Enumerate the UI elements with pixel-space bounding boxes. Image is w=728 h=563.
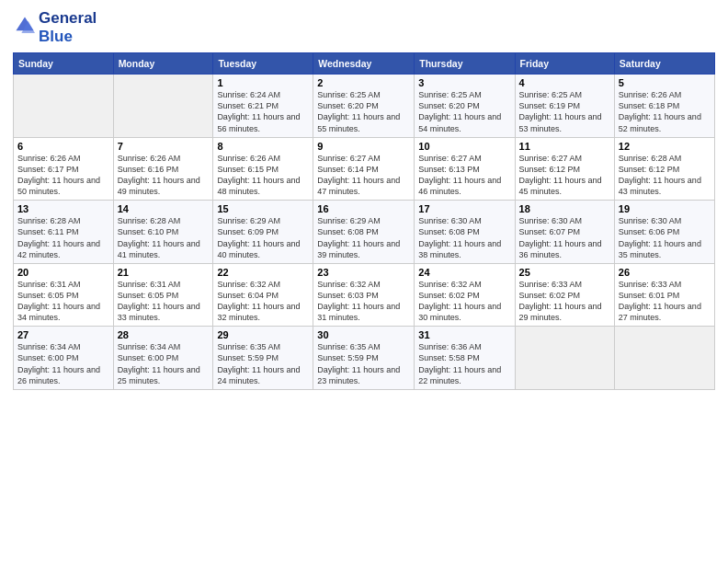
calendar-cell: 25Sunrise: 6:33 AM Sunset: 6:02 PM Dayli…	[515, 263, 614, 327]
day-number: 10	[418, 141, 510, 152]
day-info: Sunrise: 6:29 AM Sunset: 6:09 PM Dayligh…	[217, 215, 309, 260]
day-number: 8	[217, 141, 309, 152]
day-number: 2	[317, 77, 410, 88]
logo-line1: General	[39, 9, 97, 28]
weekday-header-row: SundayMondayTuesdayWednesdayThursdayFrid…	[14, 53, 715, 75]
week-row-1: 1Sunrise: 6:24 AM Sunset: 6:21 PM Daylig…	[14, 75, 715, 138]
day-info: Sunrise: 6:27 AM Sunset: 6:12 PM Dayligh…	[519, 153, 610, 198]
day-info: Sunrise: 6:25 AM Sunset: 6:20 PM Dayligh…	[418, 89, 510, 134]
day-info: Sunrise: 6:26 AM Sunset: 6:16 PM Dayligh…	[118, 153, 210, 198]
calendar-cell: 30Sunrise: 6:35 AM Sunset: 5:59 PM Dayli…	[313, 327, 415, 390]
day-info: Sunrise: 6:32 AM Sunset: 6:03 PM Dayligh…	[317, 279, 410, 324]
calendar-cell: 4Sunrise: 6:25 AM Sunset: 6:19 PM Daylig…	[515, 75, 614, 138]
day-info: Sunrise: 6:30 AM Sunset: 6:08 PM Dayligh…	[418, 215, 510, 260]
day-info: Sunrise: 6:31 AM Sunset: 6:05 PM Dayligh…	[118, 279, 210, 324]
day-number: 19	[619, 203, 711, 214]
day-info: Sunrise: 6:33 AM Sunset: 6:01 PM Dayligh…	[619, 279, 711, 324]
day-info: Sunrise: 6:32 AM Sunset: 6:02 PM Dayligh…	[418, 279, 510, 324]
calendar-cell: 7Sunrise: 6:26 AM Sunset: 6:16 PM Daylig…	[113, 137, 213, 201]
day-number: 3	[418, 77, 510, 88]
day-info: Sunrise: 6:25 AM Sunset: 6:19 PM Dayligh…	[519, 89, 610, 134]
logo-icon	[15, 16, 35, 36]
day-info: Sunrise: 6:34 AM Sunset: 6:00 PM Dayligh…	[17, 341, 109, 386]
calendar-cell	[515, 327, 614, 390]
calendar-cell: 6Sunrise: 6:26 AM Sunset: 6:17 PM Daylig…	[14, 137, 114, 201]
calendar-cell: 1Sunrise: 6:24 AM Sunset: 6:21 PM Daylig…	[213, 75, 313, 138]
calendar-cell: 10Sunrise: 6:27 AM Sunset: 6:13 PM Dayli…	[415, 137, 515, 201]
weekday-monday: Monday	[113, 53, 213, 75]
day-info: Sunrise: 6:30 AM Sunset: 6:07 PM Dayligh…	[519, 215, 610, 260]
calendar: SundayMondayTuesdayWednesdayThursdayFrid…	[13, 52, 715, 390]
day-number: 7	[118, 141, 210, 152]
day-number: 4	[519, 77, 610, 88]
weekday-wednesday: Wednesday	[313, 53, 415, 75]
day-number: 30	[317, 329, 410, 340]
day-number: 1	[217, 77, 309, 88]
day-number: 25	[519, 267, 610, 278]
day-number: 14	[118, 203, 210, 214]
calendar-cell	[14, 75, 114, 138]
day-info: Sunrise: 6:36 AM Sunset: 5:58 PM Dayligh…	[418, 341, 510, 386]
calendar-cell: 31Sunrise: 6:36 AM Sunset: 5:58 PM Dayli…	[415, 327, 515, 390]
weekday-sunday: Sunday	[14, 53, 114, 75]
day-number: 13	[17, 203, 109, 214]
week-row-5: 27Sunrise: 6:34 AM Sunset: 6:00 PM Dayli…	[14, 327, 715, 390]
day-info: Sunrise: 6:27 AM Sunset: 6:13 PM Dayligh…	[418, 153, 510, 198]
calendar-cell: 5Sunrise: 6:26 AM Sunset: 6:18 PM Daylig…	[614, 75, 714, 138]
day-info: Sunrise: 6:34 AM Sunset: 6:00 PM Dayligh…	[118, 341, 210, 386]
header: General Blue	[13, 9, 715, 45]
calendar-cell: 19Sunrise: 6:30 AM Sunset: 6:06 PM Dayli…	[614, 201, 714, 264]
day-info: Sunrise: 6:27 AM Sunset: 6:14 PM Dayligh…	[317, 153, 410, 198]
calendar-cell	[614, 327, 714, 390]
logo: General Blue	[13, 9, 97, 45]
weekday-friday: Friday	[515, 53, 614, 75]
day-number: 28	[118, 329, 210, 340]
day-number: 22	[217, 267, 309, 278]
week-row-4: 20Sunrise: 6:31 AM Sunset: 6:05 PM Dayli…	[14, 263, 715, 327]
day-info: Sunrise: 6:24 AM Sunset: 6:21 PM Dayligh…	[217, 89, 309, 134]
day-number: 20	[17, 267, 109, 278]
calendar-cell: 21Sunrise: 6:31 AM Sunset: 6:05 PM Dayli…	[113, 263, 213, 327]
calendar-cell: 24Sunrise: 6:32 AM Sunset: 6:02 PM Dayli…	[415, 263, 515, 327]
weekday-saturday: Saturday	[614, 53, 714, 75]
day-number: 21	[118, 267, 210, 278]
calendar-cell: 22Sunrise: 6:32 AM Sunset: 6:04 PM Dayli…	[213, 263, 313, 327]
calendar-header: SundayMondayTuesdayWednesdayThursdayFrid…	[14, 53, 715, 75]
day-info: Sunrise: 6:30 AM Sunset: 6:06 PM Dayligh…	[619, 215, 711, 260]
weekday-tuesday: Tuesday	[213, 53, 313, 75]
day-info: Sunrise: 6:35 AM Sunset: 5:59 PM Dayligh…	[317, 341, 410, 386]
calendar-cell: 16Sunrise: 6:29 AM Sunset: 6:08 PM Dayli…	[313, 201, 415, 264]
day-number: 23	[317, 267, 410, 278]
week-row-2: 6Sunrise: 6:26 AM Sunset: 6:17 PM Daylig…	[14, 137, 715, 201]
day-info: Sunrise: 6:31 AM Sunset: 6:05 PM Dayligh…	[17, 279, 109, 324]
day-number: 12	[619, 141, 711, 152]
calendar-cell: 3Sunrise: 6:25 AM Sunset: 6:20 PM Daylig…	[415, 75, 515, 138]
calendar-cell: 20Sunrise: 6:31 AM Sunset: 6:05 PM Dayli…	[14, 263, 114, 327]
calendar-cell: 27Sunrise: 6:34 AM Sunset: 6:00 PM Dayli…	[14, 327, 114, 390]
day-number: 11	[519, 141, 610, 152]
day-number: 27	[17, 329, 109, 340]
calendar-cell: 26Sunrise: 6:33 AM Sunset: 6:01 PM Dayli…	[614, 263, 714, 327]
day-number: 9	[317, 141, 410, 152]
day-info: Sunrise: 6:26 AM Sunset: 6:17 PM Dayligh…	[17, 153, 109, 198]
calendar-cell: 9Sunrise: 6:27 AM Sunset: 6:14 PM Daylig…	[313, 137, 415, 201]
day-number: 18	[519, 203, 610, 214]
day-number: 17	[418, 203, 510, 214]
calendar-cell: 18Sunrise: 6:30 AM Sunset: 6:07 PM Dayli…	[515, 201, 614, 264]
calendar-cell: 23Sunrise: 6:32 AM Sunset: 6:03 PM Dayli…	[313, 263, 415, 327]
calendar-cell	[113, 75, 213, 138]
calendar-cell: 28Sunrise: 6:34 AM Sunset: 6:00 PM Dayli…	[113, 327, 213, 390]
weekday-thursday: Thursday	[415, 53, 515, 75]
day-info: Sunrise: 6:29 AM Sunset: 6:08 PM Dayligh…	[317, 215, 410, 260]
logo-line2: Blue	[39, 28, 97, 46]
day-number: 26	[619, 267, 711, 278]
calendar-cell: 29Sunrise: 6:35 AM Sunset: 5:59 PM Dayli…	[213, 327, 313, 390]
day-info: Sunrise: 6:32 AM Sunset: 6:04 PM Dayligh…	[217, 279, 309, 324]
day-number: 15	[217, 203, 309, 214]
day-info: Sunrise: 6:28 AM Sunset: 6:10 PM Dayligh…	[118, 215, 210, 260]
day-number: 29	[217, 329, 309, 340]
calendar-cell: 13Sunrise: 6:28 AM Sunset: 6:11 PM Dayli…	[14, 201, 114, 264]
calendar-body: 1Sunrise: 6:24 AM Sunset: 6:21 PM Daylig…	[14, 75, 715, 390]
day-info: Sunrise: 6:28 AM Sunset: 6:12 PM Dayligh…	[619, 153, 711, 198]
calendar-cell: 15Sunrise: 6:29 AM Sunset: 6:09 PM Dayli…	[213, 201, 313, 264]
